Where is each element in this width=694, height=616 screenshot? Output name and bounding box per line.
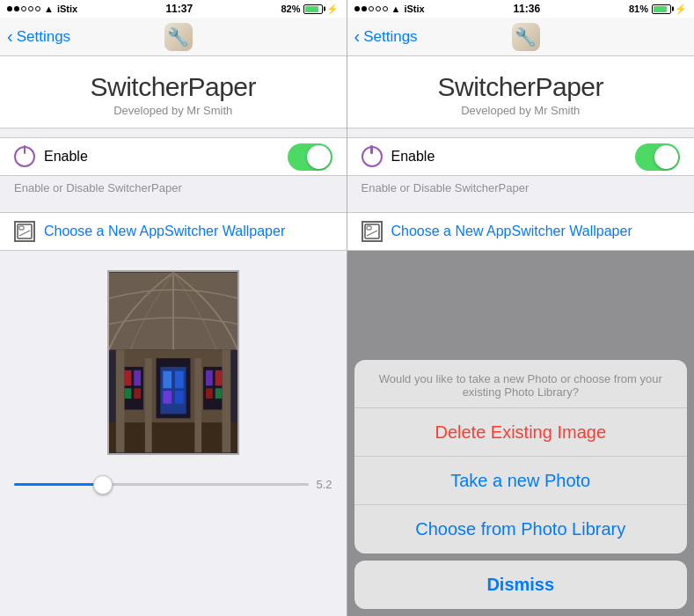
back-button-left[interactable]: ‹ Settings [7,26,70,47]
svg-rect-25 [145,358,152,452]
power-icon-right [362,146,383,167]
dot-2 [14,6,19,11]
lightning-right: ⚡ [675,4,687,15]
cathedral-image [107,270,239,455]
status-bar-right: ▲ iStix 11:36 81% ⚡ [347,0,695,18]
battery-icon-left [303,4,323,14]
enable-footer-right: Enable or Disable SwitcherPaper [347,176,695,203]
rdot-2 [362,6,367,11]
enable-footer-left: Enable or Disable SwitcherPaper [0,176,347,203]
section-spacer-left [0,128,347,137]
svg-rect-14 [134,370,141,386]
enable-label-left: Enable [44,149,88,165]
signal-dots [7,6,40,11]
right-content-area: Would you like to take a new Photo or ch… [347,251,695,616]
enable-section-left: Enable Enable or Disable SwitcherPaper [0,128,347,203]
back-button-right[interactable]: ‹ Settings [354,26,418,47]
back-chevron-left: ‹ [7,26,13,47]
enable-label-right: Enable [391,149,435,165]
wallpaper-row-left[interactable]: Choose a New AppSwitcher Wallpaper [0,212,347,251]
enable-toggle-right[interactable] [635,143,680,171]
rdot-4 [376,6,381,11]
svg-line-2 [19,231,30,236]
back-chevron-right: ‹ [354,26,361,47]
status-left: ▲ iStix [7,4,77,14]
battery-outline [303,4,323,14]
svg-rect-18 [206,370,213,386]
nav-bar-right: ‹ Settings 🔧 [347,18,695,56]
rdot-1 [354,6,360,11]
svg-rect-9 [175,371,184,388]
delete-existing-button[interactable]: Delete Existing Image [354,408,688,457]
svg-rect-10 [163,391,172,404]
signal-dots-right [354,6,388,11]
wallpaper-svg-right [364,224,380,239]
svg-rect-16 [134,388,141,399]
battery-pct-right: 81% [629,4,648,14]
wallpaper-row-right[interactable]: Choose a New AppSwitcher Wallpaper [347,212,695,251]
app-title-left: SwitcherPaper [0,72,347,102]
wrench-icon-right: 🔧 [515,26,537,48]
action-sheet: Would you like to take a new Photo or ch… [347,353,695,616]
dot-1 [7,6,12,11]
wallpaper-svg-left [17,224,33,239]
battery-icon-right [652,4,671,14]
wallpaper-icon-right [362,221,383,242]
enable-toggle-left[interactable] [288,143,332,171]
section-spacer-right [347,128,695,137]
wallpaper-label-right: Choose a New AppSwitcher Wallpaper [391,224,632,239]
svg-rect-19 [215,370,222,386]
app-subtitle-left: Developed by Mr Smith [0,104,347,117]
slider-fill [14,483,103,486]
cathedral-svg [109,272,237,453]
choose-library-label: Choose from Photo Library [415,519,625,539]
status-bar-left: ▲ iStix 11:37 82% ⚡ [0,0,347,18]
battery-area-right: 81% ⚡ [629,4,687,15]
left-panel: ▲ iStix 11:37 82% ⚡ ‹ Settings 🔧 Switche… [0,0,347,616]
enable-row-right-content: Enable [362,146,435,167]
action-sheet-overlay: Would you like to take a new Photo or ch… [347,251,695,616]
status-left-right: ▲ iStix [354,4,425,14]
app-icon-left: 🔧 [164,23,193,51]
back-label-right: Settings [363,28,417,46]
svg-rect-13 [124,370,131,386]
take-photo-label: Take a new Photo [450,471,590,491]
svg-rect-21 [215,388,222,399]
action-sheet-message: Would you like to take a new Photo or ch… [354,360,688,408]
dismiss-label: Dismiss [486,575,554,595]
svg-line-29 [367,231,377,236]
lightning-left: ⚡ [326,4,339,15]
delete-existing-label: Delete Existing Image [435,422,606,443]
svg-rect-23 [116,349,125,452]
enable-row-right: Enable [347,137,695,176]
slider-track[interactable] [14,483,309,486]
choose-library-button[interactable]: Choose from Photo Library [354,505,688,554]
battery-area-left: 82% ⚡ [281,4,339,15]
back-label-left: Settings [17,28,70,46]
carrier-left: iStix [57,4,77,14]
dot-5 [35,6,40,11]
dismiss-button[interactable]: Dismiss [354,561,688,609]
svg-rect-8 [163,371,172,388]
enable-section-right: Enable Enable or Disable SwitcherPaper [347,128,695,203]
slider-thumb[interactable] [93,475,113,495]
dot-3 [21,6,26,11]
svg-rect-1 [19,226,24,230]
app-header-right: SwitcherPaper Developed by Mr Smith [347,56,695,128]
action-sheet-top: Would you like to take a new Photo or ch… [354,360,688,554]
slider-area: 5.2 [0,469,347,500]
app-header-left: SwitcherPaper Developed by Mr Smith [0,56,347,128]
svg-rect-26 [194,358,201,452]
svg-rect-15 [124,388,131,399]
nav-bar-left: ‹ Settings 🔧 [0,18,347,56]
svg-rect-22 [109,422,237,452]
toggle-thumb-right [654,145,678,169]
take-photo-button[interactable]: Take a new Photo [354,457,688,505]
battery-outline-right [652,4,671,14]
slider-value: 5.2 [316,478,332,491]
carrier-right: iStix [404,4,424,14]
app-icon-right: 🔧 [512,23,540,51]
svg-rect-24 [222,349,230,452]
enable-row-left-content: Enable [14,146,88,167]
wifi-icon: ▲ [44,4,54,14]
